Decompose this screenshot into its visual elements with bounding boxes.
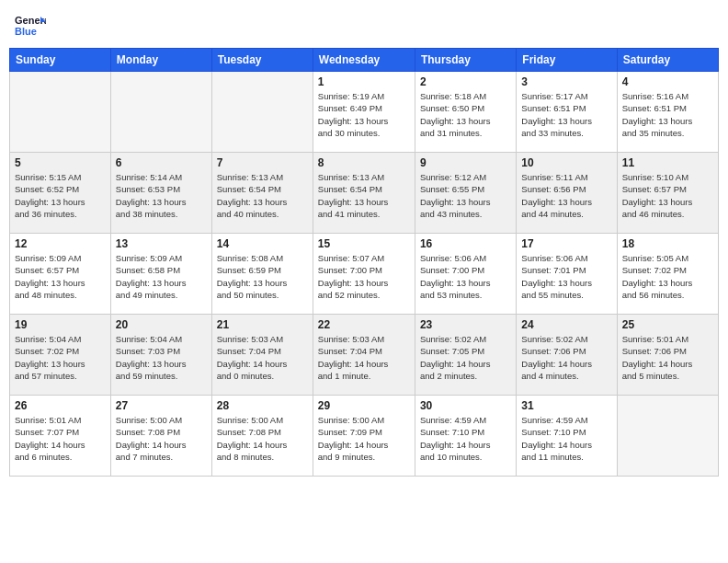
day-number: 13 — [116, 237, 207, 250]
day-info: Sunrise: 5:14 AM Sunset: 6:53 PM Dayligh… — [116, 171, 207, 220]
day-info: Sunrise: 5:17 AM Sunset: 6:51 PM Dayligh… — [521, 90, 611, 139]
day-info: Sunrise: 5:19 AM Sunset: 6:49 PM Dayligh… — [318, 90, 410, 139]
calendar-cell: 30Sunrise: 4:59 AM Sunset: 7:10 PM Dayli… — [415, 396, 516, 477]
day-number: 22 — [318, 318, 410, 331]
calendar-cell: 10Sunrise: 5:11 AM Sunset: 6:56 PM Dayli… — [517, 153, 617, 234]
calendar-cell: 3Sunrise: 5:17 AM Sunset: 6:51 PM Daylig… — [517, 72, 617, 153]
calendar-cell — [211, 72, 313, 153]
calendar-week-row: 1Sunrise: 5:19 AM Sunset: 6:49 PM Daylig… — [10, 72, 719, 153]
day-number: 27 — [116, 399, 207, 412]
day-info: Sunrise: 5:10 AM Sunset: 6:57 PM Dayligh… — [622, 171, 713, 220]
day-info: Sunrise: 4:59 AM Sunset: 7:10 PM Dayligh… — [420, 414, 511, 463]
calendar-cell: 31Sunrise: 4:59 AM Sunset: 7:10 PM Dayli… — [517, 396, 617, 477]
logo: General Blue — [13, 9, 50, 42]
calendar-cell: 26Sunrise: 5:01 AM Sunset: 7:07 PM Dayli… — [10, 396, 111, 477]
day-info: Sunrise: 5:02 AM Sunset: 7:05 PM Dayligh… — [420, 333, 511, 382]
day-info: Sunrise: 5:06 AM Sunset: 7:00 PM Dayligh… — [420, 252, 511, 301]
calendar-cell — [10, 72, 111, 153]
calendar-cell: 4Sunrise: 5:16 AM Sunset: 6:51 PM Daylig… — [617, 72, 718, 153]
calendar-cell: 1Sunrise: 5:19 AM Sunset: 6:49 PM Daylig… — [313, 72, 415, 153]
day-number: 10 — [521, 156, 611, 169]
day-number: 25 — [622, 318, 713, 331]
day-number: 4 — [622, 75, 713, 88]
day-number: 30 — [420, 399, 511, 412]
day-number: 9 — [420, 156, 511, 169]
calendar-cell — [617, 396, 718, 477]
col-header-sunday: Sunday — [10, 49, 111, 72]
calendar-table: SundayMondayTuesdayWednesdayThursdayFrid… — [9, 48, 719, 477]
day-number: 1 — [318, 75, 410, 88]
day-number: 29 — [318, 399, 410, 412]
calendar-cell: 12Sunrise: 5:09 AM Sunset: 6:57 PM Dayli… — [10, 234, 111, 315]
calendar-week-row: 19Sunrise: 5:04 AM Sunset: 7:02 PM Dayli… — [10, 315, 719, 396]
day-number: 15 — [318, 237, 410, 250]
day-info: Sunrise: 5:00 AM Sunset: 7:09 PM Dayligh… — [318, 414, 410, 463]
calendar-cell: 13Sunrise: 5:09 AM Sunset: 6:58 PM Dayli… — [110, 234, 211, 315]
day-number: 20 — [116, 318, 207, 331]
day-info: Sunrise: 5:03 AM Sunset: 7:04 PM Dayligh… — [217, 333, 308, 382]
day-number: 18 — [622, 237, 713, 250]
day-info: Sunrise: 5:01 AM Sunset: 7:07 PM Dayligh… — [15, 414, 106, 463]
col-header-friday: Friday — [517, 49, 617, 72]
calendar-cell: 23Sunrise: 5:02 AM Sunset: 7:05 PM Dayli… — [415, 315, 516, 396]
calendar-cell: 11Sunrise: 5:10 AM Sunset: 6:57 PM Dayli… — [617, 153, 718, 234]
day-info: Sunrise: 5:12 AM Sunset: 6:55 PM Dayligh… — [420, 171, 511, 220]
col-header-monday: Monday — [110, 49, 211, 72]
logo-icon: General Blue — [13, 9, 46, 42]
day-info: Sunrise: 5:18 AM Sunset: 6:50 PM Dayligh… — [420, 90, 511, 139]
day-number: 2 — [420, 75, 511, 88]
calendar-header-row: SundayMondayTuesdayWednesdayThursdayFrid… — [10, 49, 719, 72]
day-number: 31 — [521, 399, 611, 412]
calendar-cell: 28Sunrise: 5:00 AM Sunset: 7:08 PM Dayli… — [211, 396, 313, 477]
day-info: Sunrise: 5:15 AM Sunset: 6:52 PM Dayligh… — [15, 171, 106, 220]
day-info: Sunrise: 5:09 AM Sunset: 6:58 PM Dayligh… — [116, 252, 207, 301]
day-info: Sunrise: 5:04 AM Sunset: 7:03 PM Dayligh… — [116, 333, 207, 382]
calendar-cell: 19Sunrise: 5:04 AM Sunset: 7:02 PM Dayli… — [10, 315, 111, 396]
day-number: 23 — [420, 318, 511, 331]
day-number: 24 — [521, 318, 611, 331]
col-header-wednesday: Wednesday — [313, 49, 415, 72]
day-number: 26 — [15, 399, 106, 412]
calendar-week-row: 5Sunrise: 5:15 AM Sunset: 6:52 PM Daylig… — [10, 153, 719, 234]
col-header-saturday: Saturday — [617, 49, 718, 72]
calendar-cell: 6Sunrise: 5:14 AM Sunset: 6:53 PM Daylig… — [110, 153, 211, 234]
day-info: Sunrise: 5:13 AM Sunset: 6:54 PM Dayligh… — [217, 171, 308, 220]
day-info: Sunrise: 5:00 AM Sunset: 7:08 PM Dayligh… — [217, 414, 308, 463]
calendar-cell: 27Sunrise: 5:00 AM Sunset: 7:08 PM Dayli… — [110, 396, 211, 477]
day-info: Sunrise: 5:13 AM Sunset: 6:54 PM Dayligh… — [318, 171, 410, 220]
calendar-cell: 15Sunrise: 5:07 AM Sunset: 7:00 PM Dayli… — [313, 234, 415, 315]
calendar-cell: 29Sunrise: 5:00 AM Sunset: 7:09 PM Dayli… — [313, 396, 415, 477]
day-number: 12 — [15, 237, 106, 250]
calendar-cell: 2Sunrise: 5:18 AM Sunset: 6:50 PM Daylig… — [415, 72, 516, 153]
calendar-cell: 25Sunrise: 5:01 AM Sunset: 7:06 PM Dayli… — [617, 315, 718, 396]
day-info: Sunrise: 5:01 AM Sunset: 7:06 PM Dayligh… — [622, 333, 713, 382]
calendar-cell: 14Sunrise: 5:08 AM Sunset: 6:59 PM Dayli… — [211, 234, 313, 315]
day-info: Sunrise: 5:02 AM Sunset: 7:06 PM Dayligh… — [521, 333, 611, 382]
day-number: 11 — [622, 156, 713, 169]
day-info: Sunrise: 5:11 AM Sunset: 6:56 PM Dayligh… — [521, 171, 611, 220]
day-number: 7 — [217, 156, 308, 169]
calendar-week-row: 26Sunrise: 5:01 AM Sunset: 7:07 PM Dayli… — [10, 396, 719, 477]
header: General Blue — [9, 9, 719, 42]
day-info: Sunrise: 5:07 AM Sunset: 7:00 PM Dayligh… — [318, 252, 410, 301]
day-number: 14 — [217, 237, 308, 250]
day-info: Sunrise: 5:09 AM Sunset: 6:57 PM Dayligh… — [15, 252, 106, 301]
day-info: Sunrise: 5:06 AM Sunset: 7:01 PM Dayligh… — [521, 252, 611, 301]
day-info: Sunrise: 5:00 AM Sunset: 7:08 PM Dayligh… — [116, 414, 207, 463]
calendar-cell: 7Sunrise: 5:13 AM Sunset: 6:54 PM Daylig… — [211, 153, 313, 234]
svg-text:Blue: Blue — [15, 26, 37, 37]
calendar-cell: 16Sunrise: 5:06 AM Sunset: 7:00 PM Dayli… — [415, 234, 516, 315]
calendar-cell: 20Sunrise: 5:04 AM Sunset: 7:03 PM Dayli… — [110, 315, 211, 396]
calendar-week-row: 12Sunrise: 5:09 AM Sunset: 6:57 PM Dayli… — [10, 234, 719, 315]
day-number: 3 — [521, 75, 611, 88]
day-number: 28 — [217, 399, 308, 412]
calendar-cell: 9Sunrise: 5:12 AM Sunset: 6:55 PM Daylig… — [415, 153, 516, 234]
day-number: 6 — [116, 156, 207, 169]
day-number: 8 — [318, 156, 410, 169]
calendar-cell: 8Sunrise: 5:13 AM Sunset: 6:54 PM Daylig… — [313, 153, 415, 234]
day-info: Sunrise: 5:04 AM Sunset: 7:02 PM Dayligh… — [15, 333, 106, 382]
day-number: 19 — [15, 318, 106, 331]
col-header-tuesday: Tuesday — [211, 49, 313, 72]
calendar-cell: 22Sunrise: 5:03 AM Sunset: 7:04 PM Dayli… — [313, 315, 415, 396]
col-header-thursday: Thursday — [415, 49, 516, 72]
